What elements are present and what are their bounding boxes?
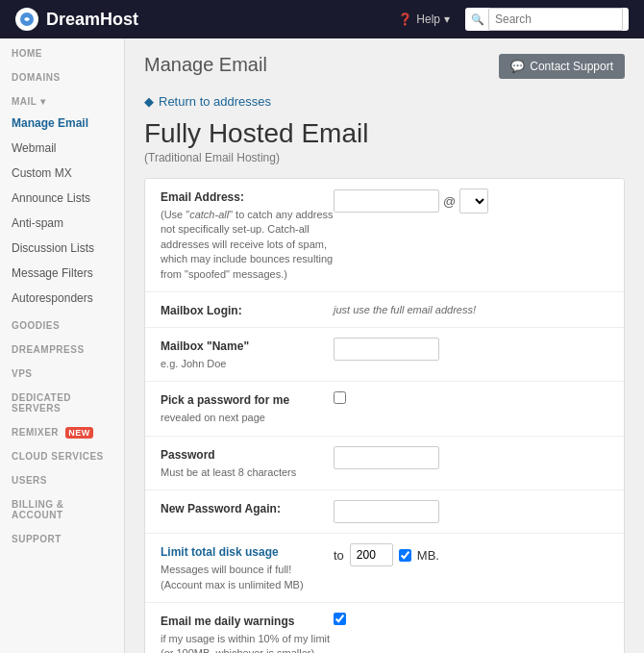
sidebar-item-autoresponders[interactable]: Autoresponders [0, 286, 124, 311]
new-badge: NEW [65, 427, 93, 439]
pick-password-area [334, 391, 608, 404]
new-password-input[interactable] [334, 500, 439, 523]
disk-usage-link[interactable]: Limit total disk usage [161, 545, 279, 559]
mailbox-name-example: e.g. John Doe [161, 357, 334, 371]
sidebar: HOME DOMAINS MAIL ▾ Manage Email Webmail… [0, 38, 125, 653]
page-title: Manage Email [144, 54, 267, 76]
label-mailbox-login: Mailbox Login: [161, 302, 334, 317]
disk-to-label: to [334, 548, 344, 563]
section-mail: MAIL ▾ [0, 87, 124, 111]
search-icon: 🔍 [471, 13, 484, 26]
domain-select[interactable] [459, 188, 488, 213]
form-card: Email Address: (Use "catch-all" to catch… [144, 178, 625, 653]
section-goodies: GOODIES [0, 311, 124, 335]
sidebar-item-announce-lists[interactable]: Announce Lists [0, 186, 124, 211]
form-row-daily-warnings: Email me daily warnings if my usage is w… [145, 603, 624, 653]
form-row-mailbox-name: Mailbox "Name" e.g. John Doe [145, 328, 624, 382]
pick-password-sub: revealed on next page [161, 411, 334, 425]
form-row-mailbox-login: Mailbox Login: just use the full email a… [145, 292, 624, 328]
back-link[interactable]: ◆ Return to addresses [144, 94, 625, 109]
section-title: Fully Hosted Email [144, 118, 625, 149]
email-input-group: @ [334, 188, 608, 213]
section-dedicated: DEDICATED SERVERS [0, 383, 124, 417]
mailbox-login-hint: just use the full email address! [334, 302, 608, 316]
nav-right: ❓ Help ▾ 🔍 [398, 8, 629, 31]
disk-mb-label: MB. [417, 548, 439, 563]
search-input[interactable] [488, 8, 623, 31]
mailbox-name-input[interactable] [334, 338, 439, 361]
disk-usage-sub: Messages will bounce if full! (Account m… [161, 563, 334, 592]
disk-row: to MB. [334, 543, 608, 566]
label-password: Password Must be at least 8 characters [161, 446, 334, 480]
logo: DreamHost [15, 8, 138, 31]
section-cloud: CLOUD SERVICES [0, 441, 124, 465]
password-area [334, 446, 608, 469]
disk-limit-input[interactable] [350, 543, 393, 566]
chat-icon: 💬 [510, 60, 525, 73]
form-row-disk-usage: Limit total disk usage Messages will bou… [145, 534, 624, 603]
chevron-down-icon: ▾ [444, 13, 450, 26]
mailbox-name-area [334, 338, 608, 361]
sidebar-item-discussion-lists[interactable]: Discussion Lists [0, 236, 124, 261]
logo-icon [15, 8, 38, 31]
section-remixer: REMIXER NEW [0, 417, 124, 441]
daily-warnings-area [334, 613, 608, 625]
label-pick-password: Pick a password for me revealed on next … [161, 391, 334, 425]
main-content: Manage Email 💬 Contact Support ◆ Return … [125, 38, 644, 653]
mailbox-login-hint-text: just use the full email address! [334, 302, 476, 315]
top-nav: DreamHost ❓ Help ▾ 🔍 [0, 0, 644, 38]
sidebar-item-custom-mx[interactable]: Custom MX [0, 161, 124, 186]
label-disk-usage: Limit total disk usage Messages will bou… [161, 543, 334, 592]
daily-warnings-checkbox[interactable] [334, 613, 346, 625]
form-row-email: Email Address: (Use "catch-all" to catch… [145, 179, 624, 292]
label-mailbox-name: Mailbox "Name" e.g. John Doe [161, 338, 334, 371]
page-header: Manage Email 💬 Contact Support [144, 54, 625, 79]
sidebar-item-webmail[interactable]: Webmail [0, 136, 124, 161]
form-row-new-password: New Password Again: [145, 490, 624, 534]
email-address-hint: (Use "catch-all" to catch any address no… [161, 208, 334, 282]
password-sub: Must be at least 8 characters [161, 465, 334, 480]
search-wrapper: 🔍 [465, 8, 629, 31]
label-daily-warnings: Email me daily warnings if my usage is w… [161, 613, 334, 653]
daily-warnings-sub: if my usage is within 10% of my limit (o… [161, 632, 334, 653]
back-arrow-icon: ◆ [144, 94, 154, 109]
section-billing: BILLING & ACCOUNT [0, 490, 124, 524]
sidebar-item-message-filters[interactable]: Message Filters [0, 261, 124, 286]
section-subtitle: (Traditional Email Hosting) [144, 151, 625, 164]
section-home: HOME [0, 38, 124, 63]
sidebar-item-manage-email[interactable]: Manage Email [0, 111, 124, 136]
section-support: SUPPORT [0, 524, 124, 548]
password-input[interactable] [334, 446, 439, 469]
pick-password-checkbox[interactable] [334, 391, 346, 404]
section-domains: DOMAINS [0, 63, 124, 87]
email-local-input[interactable] [334, 189, 439, 213]
disk-checkbox[interactable] [399, 549, 411, 562]
form-row-password: Password Must be at least 8 characters [145, 437, 624, 490]
new-password-area [334, 500, 608, 523]
section-dreampress: DREAMPRESS [0, 335, 124, 359]
sidebar-item-anti-spam[interactable]: Anti-spam [0, 211, 124, 236]
help-button[interactable]: ❓ Help ▾ [398, 13, 450, 26]
layout: HOME DOMAINS MAIL ▾ Manage Email Webmail… [0, 38, 644, 653]
help-icon: ❓ [398, 13, 412, 26]
section-vps: VPS [0, 359, 124, 383]
label-new-password: New Password Again: [161, 500, 334, 515]
section-users: USERS [0, 465, 124, 490]
label-email-address: Email Address: (Use "catch-all" to catch… [161, 188, 334, 282]
form-row-pick-password: Pick a password for me revealed on next … [145, 382, 624, 436]
contact-support-button[interactable]: 💬 Contact Support [499, 54, 625, 79]
email-input-area: @ [334, 188, 608, 213]
at-sign: @ [443, 194, 456, 209]
disk-usage-area: to MB. [334, 543, 608, 566]
